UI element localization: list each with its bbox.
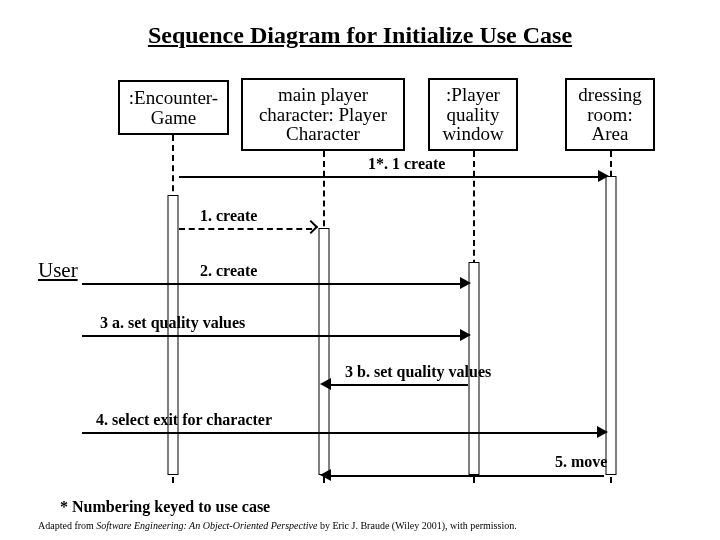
- citation: Adapted from Software Engineering: An Ob…: [38, 520, 517, 531]
- msg-3b-set-quality: [331, 384, 468, 386]
- participant-encounter-game: :Encounter-Game: [118, 80, 229, 135]
- participant-main-player-character: main player character: Player Character: [241, 78, 405, 151]
- arrow-head-icon: [597, 426, 608, 438]
- msg-3a-set-quality: [82, 335, 462, 337]
- msg-label-1star: 1*. 1 create: [368, 155, 445, 173]
- msg-label-1: 1. create: [200, 207, 257, 225]
- footnote: * Numbering keyed to use case: [60, 498, 270, 516]
- sequence-diagram: :Encounter-Game main player character: P…: [0, 0, 720, 540]
- arrow-head-icon: [460, 277, 471, 289]
- arrow-head-icon: [598, 170, 609, 182]
- msg-2-create: [82, 283, 462, 285]
- arrow-head-icon: [320, 378, 331, 390]
- msg-label-2: 2. create: [200, 262, 257, 280]
- msg-label-5: 5. move: [555, 453, 607, 471]
- msg-label-3b: 3 b. set quality values: [345, 363, 491, 381]
- msg-label-4: 4. select exit for character: [96, 411, 272, 429]
- arrow-head-icon: [460, 329, 471, 341]
- arrow-head-icon: [304, 220, 318, 234]
- citation-suffix: by Eric J. Braude (Wiley 2001), with per…: [317, 520, 516, 531]
- participant-label: :Player quality window: [434, 85, 512, 145]
- actor-user: User: [38, 258, 78, 283]
- participant-label: :Encounter-Game: [129, 88, 218, 128]
- msg-4-select-exit: [82, 432, 598, 434]
- activation-main-player-character: [319, 228, 330, 475]
- msg-label-3a: 3 a. set quality values: [100, 314, 245, 332]
- arrow-head-icon: [320, 469, 331, 481]
- participant-label: dressing room: Area: [571, 85, 649, 145]
- participant-label: main player character: Player Character: [247, 85, 399, 145]
- msg-5-move: [331, 475, 604, 477]
- participant-dressing-room-area: dressing room: Area: [565, 78, 655, 151]
- citation-title: Software Engineering: An Object-Oriented…: [96, 520, 317, 531]
- msg-1-create: [179, 228, 312, 230]
- citation-prefix: Adapted from: [38, 520, 96, 531]
- msg-1star-1-create: [179, 176, 599, 178]
- participant-player-quality-window: :Player quality window: [428, 78, 518, 151]
